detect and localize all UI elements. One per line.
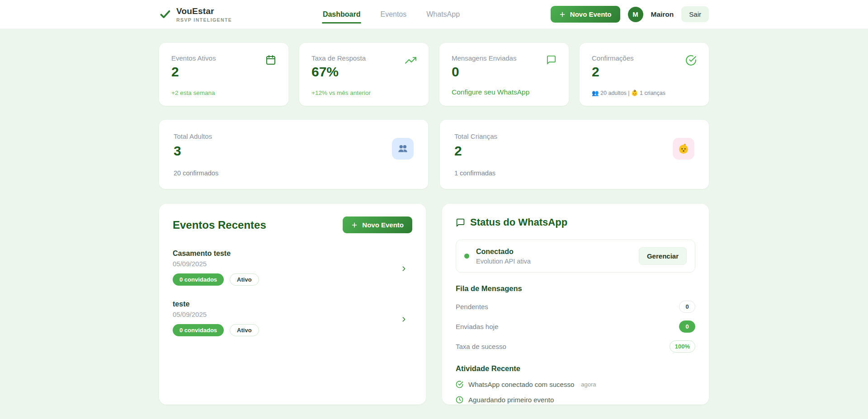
- status-badge: Ativo: [230, 324, 259, 336]
- stat-footer: +2 esta semana: [171, 89, 276, 96]
- queue-value-badge: 0: [679, 301, 695, 313]
- recent-events-title: Eventos Recentes: [173, 219, 266, 231]
- brand-name: VouEstar: [176, 6, 232, 16]
- app-header: VouEstar RSVP INTELIGENTE Dashboard Even…: [0, 0, 868, 29]
- total-footer: 1 confirmadas: [454, 169, 694, 177]
- total-label: Total Crianças: [454, 132, 694, 140]
- connection-detail: Evolution API ativa: [476, 258, 531, 265]
- queue-label: Pendentes: [456, 303, 488, 311]
- stat-value: 0: [452, 64, 557, 80]
- new-event-label: Novo Evento: [362, 221, 404, 229]
- total-footer: 20 confirmados: [174, 169, 414, 177]
- stat-label: Eventos Ativos: [171, 54, 276, 62]
- configure-whatsapp-link[interactable]: Configure seu WhatsApp: [452, 88, 557, 96]
- new-event-button[interactable]: Novo Evento: [551, 6, 620, 23]
- user-name: Mairon: [651, 10, 674, 19]
- nav-dashboard[interactable]: Dashboard: [323, 0, 361, 28]
- check-circle-icon: [685, 55, 697, 66]
- recent-events-panel: Eventos Recentes Novo Evento Casamento t…: [159, 204, 426, 405]
- stat-label: Mensagens Enviadas: [452, 54, 557, 62]
- queue-value-badge: 100%: [670, 340, 695, 353]
- queue-row-taxa-sucesso: Taxa de sucesso 100%: [456, 340, 695, 353]
- connection-box: Conectado Evolution API ativa Gerenciar: [456, 240, 695, 273]
- clock-icon: [456, 396, 463, 404]
- check-logo-icon: [159, 8, 171, 20]
- adults-icon: [392, 138, 414, 160]
- brand-tagline: RSVP INTELIGENTE: [176, 17, 232, 23]
- stat-label: Confirmações: [592, 54, 697, 62]
- queue-label: Enviadas hoje: [456, 323, 498, 330]
- connected-dot-icon: [464, 254, 469, 259]
- check-circle-icon: [456, 381, 463, 388]
- events-list: Casamento teste 05/09/2025 0 convidados …: [173, 250, 412, 336]
- queue-value-badge: 0: [679, 320, 695, 333]
- total-criancas-card: Total Crianças 2 1 confirmadas: [440, 120, 709, 189]
- baby-icon: [673, 138, 694, 160]
- calendar-icon: [265, 55, 276, 66]
- totals-row: Total Adultos 3 20 confirmados Total Cri…: [159, 120, 709, 189]
- stat-card-taxa-resposta: Taxa de Resposta 67% +12% vs mês anterio…: [299, 43, 429, 106]
- total-value: 3: [174, 143, 414, 159]
- stat-value: 67%: [311, 64, 416, 80]
- stats-row: Eventos Ativos 2 +2 esta semana Taxa de …: [159, 43, 709, 106]
- connection-status: Conectado: [476, 248, 531, 256]
- event-name: teste: [173, 300, 412, 308]
- main-nav: Dashboard Eventos WhatsApp: [232, 0, 551, 28]
- total-value: 2: [454, 143, 694, 159]
- whatsapp-status-panel: Status do WhatsApp Conectado Evolution A…: [442, 204, 709, 405]
- chevron-right-icon: [400, 265, 408, 273]
- stat-label: Taxa de Resposta: [311, 54, 416, 62]
- plus-icon: [351, 222, 358, 228]
- activity-item-connected: WhatsApp conectado com sucesso agora: [456, 381, 695, 388]
- plus-icon: [559, 11, 566, 18]
- nav-eventos[interactable]: Eventos: [380, 0, 406, 28]
- queue-title: Fila de Mensagens: [456, 284, 695, 293]
- brand: VouEstar RSVP INTELIGENTE: [159, 6, 232, 23]
- queue-label: Taxa de sucesso: [456, 343, 506, 350]
- event-date: 05/09/2025: [173, 311, 412, 318]
- avatar[interactable]: M: [628, 7, 643, 22]
- new-event-button-panel[interactable]: Novo Evento: [343, 217, 412, 233]
- chevron-right-icon: [400, 315, 408, 323]
- event-date: 05/09/2025: [173, 260, 412, 268]
- stat-card-eventos-ativos: Eventos Ativos 2 +2 esta semana: [159, 43, 288, 106]
- message-icon: [456, 218, 465, 227]
- queue-row-pendentes: Pendentes 0: [456, 301, 695, 313]
- total-label: Total Adultos: [174, 132, 414, 140]
- nav-whatsapp[interactable]: WhatsApp: [426, 0, 460, 28]
- stat-card-confirmacoes: Confirmações 2 👥 20 adultos | 👶 1 crianç…: [580, 43, 709, 106]
- guests-badge: 0 convidados: [173, 273, 224, 286]
- status-badge: Ativo: [230, 273, 259, 286]
- stat-value: 2: [592, 64, 697, 80]
- message-icon: [546, 55, 557, 65]
- activity-text: WhatsApp conectado com sucesso: [468, 381, 574, 388]
- trending-up-icon: [405, 55, 416, 66]
- manage-button[interactable]: Gerenciar: [639, 247, 687, 265]
- queue-row-enviadas-hoje: Enviadas hoje 0: [456, 320, 695, 333]
- activity-item-waiting: Aguardando primeiro evento: [456, 396, 695, 404]
- guests-badge: 0 convidados: [173, 324, 224, 336]
- total-adultos-card: Total Adultos 3 20 confirmados: [159, 120, 428, 189]
- event-item-casamento-teste[interactable]: Casamento teste 05/09/2025 0 convidados …: [173, 250, 412, 286]
- whatsapp-status-title: Status do WhatsApp: [470, 217, 567, 228]
- activity-time: agora: [581, 381, 596, 388]
- event-item-teste[interactable]: teste 05/09/2025 0 convidados Ativo: [173, 300, 412, 336]
- stat-value: 2: [171, 64, 276, 80]
- activity-text: Aguardando primeiro evento: [468, 396, 554, 404]
- new-event-label: Novo Evento: [570, 10, 612, 18]
- stat-footer: 👥 20 adultos | 👶 1 crianças: [592, 89, 697, 96]
- logout-button[interactable]: Sair: [681, 6, 709, 22]
- stat-card-mensagens-enviadas: Mensagens Enviadas 0 Configure seu Whats…: [439, 43, 569, 106]
- stat-footer: +12% vs mês anterior: [311, 89, 416, 96]
- activity-title: Atividade Recente: [456, 364, 695, 373]
- event-name: Casamento teste: [173, 250, 412, 258]
